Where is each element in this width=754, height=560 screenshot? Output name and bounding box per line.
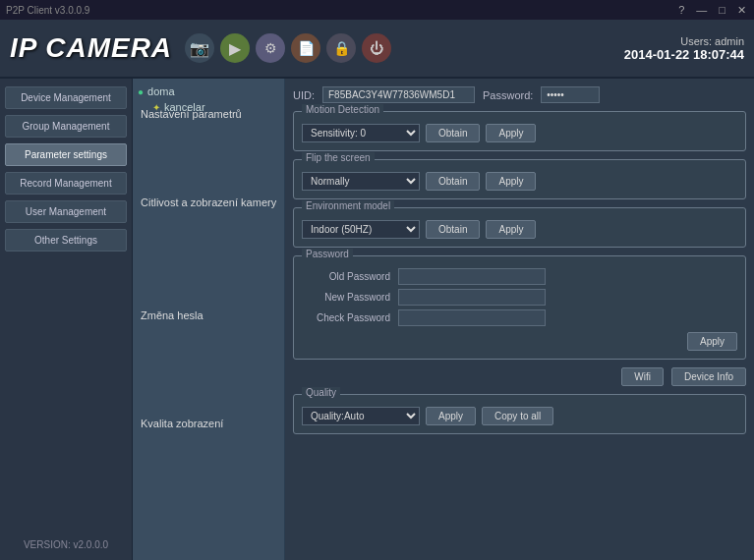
sidebar-version: VERSION: v2.0.0.0 <box>0 534 132 555</box>
header-right: Users: admin 2014-01-22 18:07:44 <box>624 35 744 62</box>
camera-icon[interactable]: 📷 <box>185 33 214 63</box>
password-panel-title: Password <box>302 249 353 259</box>
lock-icon[interactable]: 🔒 <box>326 33 356 63</box>
environment-row: Indoor (50HZ) Indoor (60HZ) Outdoor Obta… <box>302 220 737 239</box>
maximize-button[interactable]: □ <box>715 4 729 16</box>
quality-apply-button[interactable]: Apply <box>426 407 476 425</box>
quality-panel: Quality Quality:Auto Quality:Low Quality… <box>293 394 746 434</box>
check-password-input[interactable] <box>398 309 546 326</box>
uid-row: UID: Password: <box>293 86 746 103</box>
titlebar: P2P Client v3.0.0.9 ? — □ ✕ <box>0 0 754 20</box>
title-label: P2P Client v3.0.0.9 <box>0 5 89 16</box>
uid-label: UID: <box>293 89 315 101</box>
annotation-password: Změna hesla <box>141 309 203 321</box>
new-password-label: New Password <box>302 292 390 303</box>
minimize-button[interactable]: — <box>692 4 711 16</box>
sidebar: Device Management Group Management Param… <box>0 79 133 560</box>
help-button[interactable]: ? <box>674 4 688 16</box>
play-icon[interactable]: ▶ <box>220 33 250 63</box>
datetime: 2014-01-22 18:07:44 <box>624 47 744 62</box>
quality-copy-button[interactable]: Copy to all <box>482 407 553 425</box>
environment-panel: Environment model Indoor (50HZ) Indoor (… <box>293 207 746 248</box>
main-area: Device Management Group Management Param… <box>0 79 754 560</box>
annotation-sensitivity: Citlivost a zobrazení kamery <box>141 196 276 208</box>
quality-row: Quality:Auto Quality:Low Quality:Medium … <box>302 407 737 425</box>
new-password-input[interactable] <box>398 289 546 306</box>
motion-detection-row: Sensitivity: 0 Sensitivity: 1 Sensitivit… <box>302 124 737 142</box>
old-password-row: Old Password <box>302 268 737 285</box>
environment-title: Environment model <box>302 200 394 211</box>
app-title: IP CAMERA <box>10 32 172 64</box>
tree-area: ● doma ✦ kancelar Nastavení parametrů Ci… <box>133 79 285 560</box>
flip-apply-button[interactable]: Apply <box>486 172 536 191</box>
sensitivity-select[interactable]: Sensitivity: 0 Sensitivity: 1 Sensitivit… <box>302 124 420 142</box>
motion-detection-title: Motion Detection <box>302 104 383 115</box>
quality-title: Quality <box>302 387 340 398</box>
device-info-button[interactable]: Device Info <box>671 367 746 386</box>
motion-apply-button[interactable]: Apply <box>486 124 536 142</box>
motion-detection-panel: Motion Detection Sensitivity: 0 Sensitiv… <box>293 111 746 151</box>
motion-obtain-button[interactable]: Obtain <box>426 124 480 142</box>
tree-item-kancelar[interactable]: ✦ kancelar <box>152 99 279 115</box>
password-input[interactable] <box>541 86 600 103</box>
new-password-row: New Password <box>302 289 737 306</box>
gear-icon[interactable]: ⚙ <box>256 33 285 63</box>
password-label: Password: <box>483 89 533 101</box>
quality-select[interactable]: Quality:Auto Quality:Low Quality:Medium … <box>302 407 420 425</box>
flip-screen-panel: Flip the screen Normally Flip H Flip V O… <box>293 159 746 199</box>
user-info: Users: admin <box>624 35 744 47</box>
check-password-label: Check Password <box>302 312 390 323</box>
sidebar-item-record[interactable]: Record Management <box>5 172 127 195</box>
environment-select[interactable]: Indoor (50HZ) Indoor (60HZ) Outdoor <box>302 220 420 239</box>
password-apply-button[interactable]: Apply <box>687 332 737 351</box>
check-password-row: Check Password <box>302 309 737 326</box>
sidebar-item-other[interactable]: Other Settings <box>5 229 127 252</box>
flip-screen-row: Normally Flip H Flip V Obtain Apply <box>302 172 737 191</box>
content-area: UID: Password: Motion Detection Sensitiv… <box>285 79 754 560</box>
bottom-row: Wifi Device Info <box>293 367 746 386</box>
sidebar-item-user[interactable]: User Management <box>5 200 127 223</box>
tree-item-doma[interactable]: ● doma <box>138 84 279 99</box>
annotation-quality: Kvalita zobrazení <box>141 418 223 429</box>
sidebar-item-parameter[interactable]: Parameter settings <box>5 143 127 166</box>
power-icon[interactable]: ⏻ <box>362 33 391 63</box>
header: IP CAMERA 📷 ▶ ⚙ 📄 🔒 ⏻ Users: admin 2014-… <box>0 20 754 79</box>
doc-icon[interactable]: 📄 <box>291 33 320 63</box>
env-obtain-button[interactable]: Obtain <box>426 220 480 239</box>
old-password-input[interactable] <box>398 268 546 285</box>
old-password-label: Old Password <box>302 271 390 282</box>
flip-select[interactable]: Normally Flip H Flip V <box>302 172 420 191</box>
password-panel: Password Old Password New Password Check… <box>293 255 746 360</box>
wifi-button[interactable]: Wifi <box>621 367 664 386</box>
sidebar-item-device[interactable]: Device Management <box>5 86 127 109</box>
close-button[interactable]: ✕ <box>733 4 750 17</box>
flip-obtain-button[interactable]: Obtain <box>426 172 480 191</box>
flip-screen-title: Flip the screen <box>302 152 375 163</box>
uid-input[interactable] <box>322 86 475 103</box>
env-apply-button[interactable]: Apply <box>486 220 536 239</box>
sidebar-item-group[interactable]: Group Management <box>5 115 127 138</box>
